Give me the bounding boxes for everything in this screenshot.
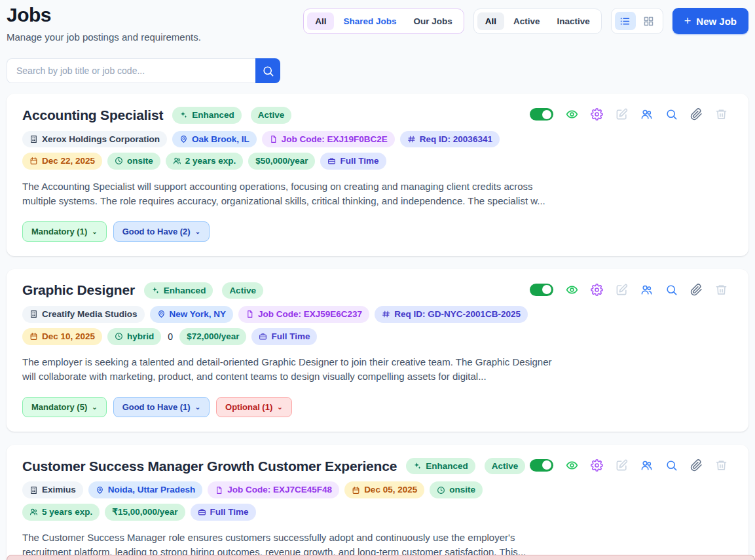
briefcase-badge: Full Time: [320, 153, 386, 170]
header-controls: AllShared JobsOur Jobs AllActiveInactive…: [303, 8, 748, 34]
job-card: Accounting Specialist EnhancedActive Xer…: [7, 94, 748, 256]
requirements-dropdown-optional[interactable]: Optional (1)⌄: [216, 397, 292, 417]
pin-badge: Noida, Uttar Pradesh: [88, 481, 203, 498]
status-option-all[interactable]: All: [477, 12, 504, 30]
clock-badge: onsite: [430, 481, 483, 498]
dropdown-label: Good to Have (1): [122, 402, 191, 412]
badge-label: Creatify Media Studios: [42, 308, 138, 320]
users-icon: [29, 508, 38, 516]
list-view-icon[interactable]: [615, 12, 636, 30]
clock-icon: [115, 332, 123, 341]
status-option-active[interactable]: Active: [506, 12, 548, 30]
text-badge: 0: [166, 328, 174, 345]
candidates-users-icon[interactable]: [640, 108, 653, 121]
building-badge: Eximius: [22, 481, 83, 498]
status-toggle[interactable]: [530, 459, 553, 472]
jobs-page: Jobs Manage your job postings and requir…: [0, 0, 755, 560]
chevron-down-icon: ⌄: [92, 403, 97, 411]
candidates-users-icon[interactable]: [640, 284, 653, 296]
view-eye-icon[interactable]: [566, 284, 578, 296]
settings-gear-icon[interactable]: [591, 108, 603, 121]
calendar-badge: Dec 10, 2025: [22, 328, 102, 345]
pin-icon: [96, 486, 104, 495]
page-title: Jobs: [7, 4, 201, 26]
badge-label: Enhanced: [192, 109, 234, 121]
building-badge: Creatify Media Studios: [22, 306, 145, 323]
page-header: Jobs Manage your job postings and requir…: [7, 4, 748, 43]
edit-pencil-icon[interactable]: [616, 459, 628, 472]
scope-filter-group: AllShared JobsOur Jobs: [303, 9, 464, 34]
sparkles-icon: [179, 111, 188, 119]
scope-option-all[interactable]: All: [307, 12, 334, 30]
attachments-paperclip-icon[interactable]: [690, 284, 703, 296]
badge-label: hybrid: [127, 331, 154, 343]
view-eye-icon[interactable]: [566, 459, 578, 472]
new-job-button[interactable]: + New Job: [672, 8, 748, 34]
badge-label: Job Code: EXJ7CE45F48: [227, 484, 332, 496]
badge-label: Noida, Uttar Pradesh: [108, 484, 196, 496]
scope-option-our-jobs[interactable]: Our Jobs: [405, 12, 460, 30]
badge-label: onsite: [449, 484, 475, 496]
badge-label: Req ID: GD-NYC-2001CB-2025: [394, 308, 521, 320]
pin-icon: [157, 310, 166, 318]
search-button[interactable]: [255, 58, 280, 83]
dropdown-label: Good to Have (2): [122, 227, 191, 236]
badge-label: Dec 10, 2025: [42, 331, 95, 343]
building-icon: [29, 135, 38, 143]
search-magnifier-icon[interactable]: [665, 108, 678, 121]
calendar-badge: Dec 05, 2025: [344, 481, 424, 498]
job-title: Customer Success Manager Growth Customer…: [22, 458, 397, 474]
candidates-users-icon[interactable]: [640, 459, 653, 472]
status-toggle[interactable]: [530, 108, 553, 121]
dropdown-label: Mandatory (1): [31, 227, 87, 236]
toggle-knob: [542, 110, 551, 119]
requirements-dropdown-mandatory[interactable]: Mandatory (1)⌄: [22, 221, 107, 242]
users-badge: 5 years exp.: [22, 504, 100, 521]
file-icon: [215, 486, 223, 495]
job-actions: [530, 284, 727, 296]
attachments-paperclip-icon[interactable]: [690, 108, 703, 121]
badge-label: Enhanced: [164, 285, 206, 297]
delete-trash-icon[interactable]: [715, 284, 727, 296]
requirements-dropdown-good[interactable]: Good to Have (1)⌄: [113, 397, 210, 417]
settings-gear-icon[interactable]: [591, 284, 603, 296]
attachments-paperclip-icon[interactable]: [690, 459, 703, 472]
job-title-row: Accounting Specialist EnhancedActive: [22, 107, 559, 124]
badge-label: $50,000/year: [255, 155, 308, 167]
view-toggle: [611, 8, 663, 34]
badge-label: Full Time: [271, 331, 310, 343]
search-input[interactable]: [7, 58, 255, 83]
text-badge: Active: [222, 282, 263, 299]
chevron-down-icon: ⌄: [92, 228, 97, 235]
text-badge: Active: [485, 458, 526, 475]
sparkles-icon: [413, 462, 422, 470]
pin-badge: Oak Brook, IL: [172, 131, 257, 148]
briefcase-icon: [327, 157, 336, 165]
edit-pencil-icon[interactable]: [616, 284, 628, 296]
job-card: Graphic Designer EnhancedActive Creatify…: [7, 269, 748, 432]
status-option-inactive[interactable]: Inactive: [549, 12, 598, 30]
pin-badge: New York, NY: [150, 306, 234, 323]
badge-label: Eximius: [42, 484, 76, 496]
badge-label: Full Time: [210, 506, 249, 518]
badge-label: Full Time: [340, 155, 378, 167]
badge-label: Dec 22, 2025: [42, 155, 95, 167]
delete-trash-icon[interactable]: [715, 459, 727, 472]
search-magnifier-icon[interactable]: [665, 284, 678, 296]
view-eye-icon[interactable]: [566, 108, 578, 121]
settings-gear-icon[interactable]: [591, 459, 603, 472]
next-card-peek: [7, 555, 755, 560]
requirements-dropdown-good[interactable]: Good to Have (2)⌄: [113, 221, 210, 242]
grid-view-icon[interactable]: [638, 12, 659, 30]
requirements-dropdown-mandatory[interactable]: Mandatory (5)⌄: [22, 397, 107, 417]
delete-trash-icon[interactable]: [715, 108, 727, 121]
job-title-row: Customer Success Manager Growth Customer…: [22, 458, 559, 475]
chevron-down-icon: ⌄: [277, 403, 282, 411]
scope-option-shared-jobs[interactable]: Shared Jobs: [335, 12, 404, 30]
edit-pencil-icon[interactable]: [616, 108, 628, 121]
chevron-down-icon: ⌄: [195, 228, 200, 235]
search-magnifier-icon[interactable]: [665, 459, 678, 472]
badge-label: Active: [258, 109, 285, 121]
dropdown-label: Optional (1): [225, 402, 272, 412]
status-toggle[interactable]: [530, 284, 553, 296]
